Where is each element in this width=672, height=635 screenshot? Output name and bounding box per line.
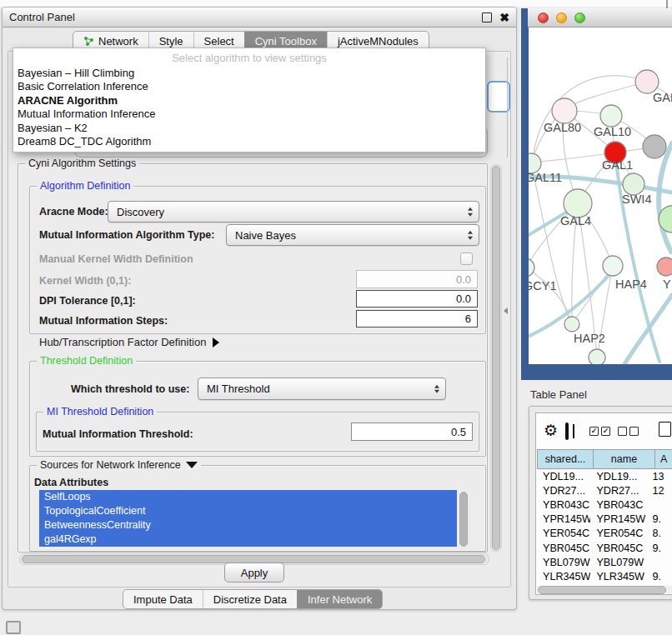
- node-label: HAP2: [574, 332, 605, 345]
- control-panel-title: Control Panel: [9, 11, 75, 23]
- algorithm-definition-title: Algorithm Definition: [37, 180, 133, 192]
- network-node[interactable]: [600, 105, 622, 127]
- column-header-name[interactable]: name: [594, 449, 655, 469]
- list-vertical-scrollbar[interactable]: [459, 491, 468, 548]
- node-label: HAP4: [615, 278, 647, 291]
- settings-group-title: Cyni Algorithm Settings: [25, 158, 139, 169]
- table-row[interactable]: YER054C YER054C 8.: [537, 527, 672, 541]
- network-node[interactable]: [657, 258, 672, 276]
- network-node[interactable]: [564, 189, 592, 218]
- list-item[interactable]: TopologicalCoefficient: [39, 504, 457, 518]
- table-row[interactable]: YPR145W YPR145W 9.: [537, 512, 672, 527]
- collapsed-arrow-icon: [213, 338, 219, 348]
- bottom-tabbar: Impute Data Discretize Data Infer Networ…: [123, 589, 383, 609]
- mi-threshold-label: Mutual Information Threshold:: [43, 428, 193, 440]
- network-edge[interactable]: [659, 143, 672, 252]
- column-header-shared[interactable]: shared...: [537, 449, 594, 469]
- dropdown-item[interactable]: Basic Correlation Inference: [13, 80, 485, 93]
- settings-vertical-scrollbar[interactable]: [490, 164, 502, 552]
- table-rows: YDL19... YDL19... 13 YDR27... YDR27... 1…: [537, 469, 672, 585]
- mi-type-combo[interactable]: Naive Bayes: [226, 224, 479, 246]
- table-row[interactable]: YBR045C YBR045C 9.: [537, 541, 672, 555]
- apply-button[interactable]: Apply: [224, 562, 284, 582]
- node-label: SWI4: [622, 192, 651, 206]
- minimize-traffic-light[interactable]: [556, 12, 567, 23]
- manual-kernel-checkbox[interactable]: [460, 252, 473, 265]
- gear-icon[interactable]: ⚙: [544, 422, 558, 438]
- network-node[interactable]: [552, 98, 577, 123]
- dropdown-item-selected[interactable]: ARACNE Algorithm: [13, 94, 485, 108]
- close-icon[interactable]: ✖: [499, 13, 509, 22]
- select-all-icon[interactable]: ✓✓: [589, 427, 610, 436]
- minimized-panel-icon[interactable]: [6, 621, 21, 634]
- data-attributes-label: Data Attributes: [34, 477, 108, 488]
- document-icon[interactable]: [659, 422, 671, 437]
- node-label: GAL1: [602, 158, 633, 172]
- network-window-titlebar[interactable]: [528, 8, 672, 28]
- dropdown-item[interactable]: Bayesian – K2: [13, 122, 485, 135]
- combo-arrows-icon: [434, 384, 439, 393]
- control-panel-window: Control Panel ✖ Network Style Select Cyn…: [2, 7, 517, 610]
- tab-impute-data[interactable]: Impute Data: [123, 590, 203, 608]
- node-label: GAL80: [544, 121, 581, 134]
- kernel-width-field[interactable]: 0.0: [356, 270, 478, 288]
- algorithm-dropdown: Select algorithm to view settings Bayesi…: [13, 48, 486, 152]
- float-icon[interactable]: [482, 12, 492, 22]
- node-label: GAL4: [560, 214, 591, 228]
- table-row[interactable]: YLR345W YLR345W 9.: [537, 569, 672, 583]
- column-selector-icon[interactable]: [565, 422, 569, 440]
- aracne-mode-combo[interactable]: Discovery: [108, 201, 479, 222]
- dropdown-placeholder: Select algorithm to view settings: [13, 48, 485, 67]
- network-edge[interactable]: [533, 76, 647, 158]
- deselect-all-icon[interactable]: [618, 427, 639, 436]
- list-item[interactable]: SelfLoops: [39, 490, 457, 504]
- zoom-traffic-light[interactable]: [574, 12, 585, 23]
- hidden-group-border: [507, 58, 508, 158]
- mi-threshold-field[interactable]: 0.5: [351, 422, 473, 441]
- mi-steps-field[interactable]: 6: [356, 310, 478, 328]
- network-node[interactable]: [603, 256, 623, 276]
- table-row[interactable]: YDL19... YDL19... 13: [537, 469, 672, 483]
- node-label: GAL: [653, 91, 672, 104]
- network-node[interactable]: [589, 349, 605, 364]
- node-label: Y: [663, 278, 671, 291]
- expanded-arrow-icon[interactable]: [186, 462, 198, 468]
- list-item[interactable]: BetweennessCentrality: [39, 518, 457, 532]
- network-node[interactable]: [564, 317, 579, 332]
- tab-discretize-data[interactable]: Discretize Data: [203, 590, 297, 608]
- close-traffic-light[interactable]: [538, 12, 549, 23]
- hub-definition-toggle[interactable]: Hub/Transcription Factor Definition: [39, 336, 219, 348]
- top-strip: [0, 0, 672, 7]
- manual-kernel-label: Manual Kernel Width Definition: [39, 253, 193, 265]
- combo-arrows-icon: [468, 231, 473, 240]
- network-node[interactable]: [635, 70, 659, 93]
- which-threshold-combo[interactable]: MI Threshold: [198, 378, 446, 400]
- dropdown-item[interactable]: Bayesian – Hill Climbing: [13, 67, 485, 80]
- screen: Control Panel ✖ Network Style Select Cyn…: [0, 0, 672, 635]
- table-horizontal-scrollbar[interactable]: [537, 586, 672, 593]
- data-attributes-list[interactable]: SelfLoopsTopologicalCoefficientBetweenne…: [39, 490, 457, 548]
- network-tab-icon: [83, 36, 94, 47]
- network-canvas[interactable]: GALGAL80GAL10GAL1GAL11SWI4GAL4GCY1HAP4YH…: [529, 28, 672, 364]
- network-node[interactable]: [529, 258, 534, 277]
- dropdown-item[interactable]: Dream8 DC_TDC Algorithm: [13, 135, 485, 152]
- sources-title: Sources for Network Inference: [40, 459, 181, 471]
- table-row[interactable]: YDR27... YDR27... 12: [537, 483, 672, 498]
- network-edge[interactable]: [624, 295, 672, 364]
- table-row[interactable]: YBL079W YBL079W: [537, 555, 672, 569]
- dropdown-item[interactable]: Mutual Information Inference: [13, 108, 485, 121]
- node-label: GCY1: [529, 279, 557, 292]
- node-label: GAL10: [594, 125, 631, 138]
- panel-divider-grip[interactable]: [504, 308, 508, 314]
- table-row[interactable]: YIL053C YIL053C 9: [537, 584, 672, 586]
- table-panel-body: ⚙ ✓✓ shared... name A YDL19... YDL19... …: [535, 412, 672, 595]
- tab-infer-network[interactable]: Infer Network: [297, 590, 382, 608]
- network-edge[interactable]: [531, 163, 569, 320]
- control-panel-titlebar[interactable]: Control Panel ✖: [3, 8, 516, 28]
- aracne-mode-label: Aracne Mode:: [39, 206, 108, 218]
- dpi-tolerance-field[interactable]: 0.0: [356, 290, 478, 308]
- network-node[interactable]: [643, 135, 666, 158]
- list-item[interactable]: gal4RGexp: [39, 532, 457, 547]
- table-row[interactable]: YBR043C YBR043C: [537, 498, 672, 512]
- column-header-clipped[interactable]: A: [655, 449, 672, 469]
